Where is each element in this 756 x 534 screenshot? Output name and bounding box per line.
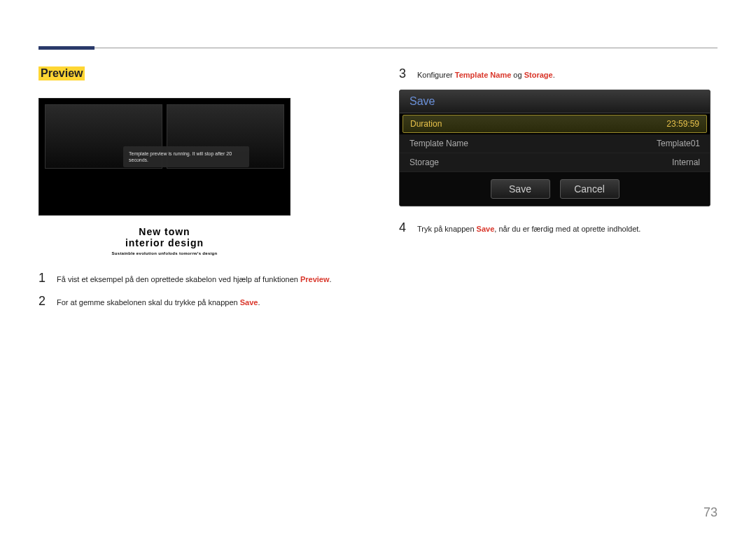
step-text: Tryk på knappen Save, når du er færdig m… (417, 223, 640, 235)
page-number: 73 (704, 505, 718, 520)
save-button[interactable]: Save (491, 179, 550, 199)
cancel-button[interactable]: Cancel (560, 179, 620, 199)
highlight-template-name: Template Name (455, 71, 512, 79)
highlight-save: Save (477, 225, 495, 233)
caption-line3: Sustainble evolution unfolods tomorrw's … (38, 251, 290, 255)
step-text: Få vist et eksempel på den oprettede ska… (57, 274, 332, 286)
dialog-title: Save (400, 90, 710, 113)
step-4: 4 Tryk på knappen Save, når du er færdig… (399, 220, 718, 235)
row-value: Internal (672, 157, 700, 167)
row-label: Template Name (410, 139, 468, 148)
step-2: 2 For at gemme skabelonen skal du trykke… (38, 294, 357, 309)
dialog-row-duration[interactable]: Duration 23:59:59 (402, 115, 707, 133)
step-1: 1 Få vist et eksempel på den oprettede s… (38, 271, 357, 286)
step-number: 4 (399, 220, 407, 235)
dialog-row-template-name[interactable]: Template Name Template01 (400, 134, 710, 153)
section-title: Preview (38, 66, 85, 80)
step-number: 2 (38, 294, 47, 309)
left-column: Preview Template preview is running. It … (38, 66, 357, 317)
caption-line1: New town (38, 226, 290, 237)
step-text: Konfigurer Template Name og Storage. (417, 69, 555, 81)
step-3: 3 Konfigurer Template Name og Storage. (399, 66, 718, 81)
header-divider (38, 48, 718, 48)
row-label: Storage (410, 157, 439, 167)
highlight-preview: Preview (300, 275, 330, 283)
save-dialog: Save Duration 23:59:59 Template Name Tem… (399, 90, 710, 206)
right-column: 3 Konfigurer Template Name og Storage. S… (399, 66, 718, 317)
row-label: Duration (410, 119, 442, 129)
preview-screenshot: Template preview is running. It will sto… (38, 98, 290, 216)
row-value: Template01 (657, 139, 700, 148)
step-number: 3 (399, 66, 407, 81)
step-text: For at gemme skabelonen skal du trykke p… (57, 297, 260, 309)
header-accent-bar (38, 46, 94, 50)
highlight-save: Save (240, 298, 258, 307)
caption-line2: interior design (38, 237, 290, 248)
highlight-storage: Storage (524, 71, 553, 79)
dialog-row-storage[interactable]: Storage Internal (400, 153, 710, 172)
preview-tooltip: Template preview is running. It will sto… (123, 146, 249, 167)
preview-caption: New town interior design Sustainble evol… (38, 226, 290, 255)
step-number: 1 (38, 271, 47, 286)
row-value: 23:59:59 (666, 119, 699, 129)
